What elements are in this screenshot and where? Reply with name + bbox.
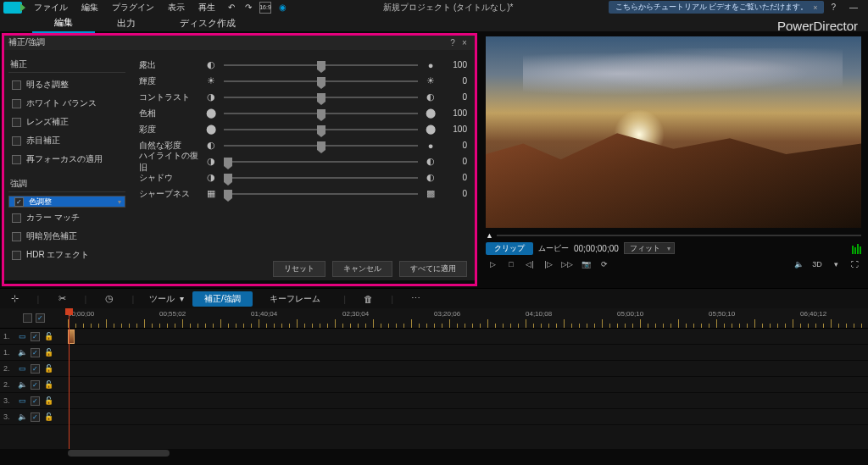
track-head-2a[interactable]: 2.🔈✓🔓	[0, 377, 68, 393]
audio-icon: 🔈	[17, 348, 27, 357]
ruler-tick: 02;30;04	[342, 310, 369, 318]
timeline-track-headers: ✓ 1.▭✓🔓 1.🔈✓🔓 2.▭✓🔓 2.🔈✓🔓 3.▭✓🔓 3.🔈✓🔓	[0, 308, 68, 457]
track-head-3v[interactable]: 3.▭✓🔓	[0, 393, 68, 409]
record-icon[interactable]: ◉	[276, 2, 288, 14]
zoom-select[interactable]: フィット	[624, 242, 675, 254]
timeline-tracks-area[interactable]: 00;00;0000;55;0201;40;0402;30;0403;20;06…	[68, 308, 868, 457]
prev-frame-icon[interactable]: ◁|	[523, 258, 537, 270]
redo-icon[interactable]: ↷	[242, 2, 254, 14]
lock-icon[interactable]: 🔓	[43, 396, 53, 405]
tab-edit[interactable]: 編集	[32, 14, 95, 33]
brand-label: PowerDirector	[777, 19, 858, 33]
snapshot-icon[interactable]: 📷	[579, 258, 593, 270]
timeline-toolbar: ⊹ | ✂ | ◷ | ツール▾ 補正/強調 キーフレーム | 🗑 | ⋯	[0, 288, 868, 308]
tab-disc[interactable]: ディスク作成	[158, 14, 258, 32]
menu-play[interactable]: 再生	[192, 0, 222, 15]
ruler-tick: 04;10;08	[526, 310, 552, 318]
keyframe-button[interactable]: キーフレーム	[261, 291, 329, 307]
video-icon: ▭	[17, 396, 27, 405]
lock-icon[interactable]: 🔓	[43, 364, 53, 373]
lock-icon[interactable]: 🔓	[43, 348, 53, 357]
preview-pane: ▲ クリップ ムービー 00;00;00;00 フィット ▷ □ ◁| |▷ ▷…	[479, 31, 868, 288]
ruler-tick: 05;00;10	[617, 310, 643, 318]
split-icon[interactable]: ⊹	[7, 293, 22, 304]
checkbox[interactable]	[23, 313, 32, 323]
movie-mode-button[interactable]: ムービー	[538, 243, 569, 254]
fix-enhance-button[interactable]: 補正/強調	[192, 291, 253, 307]
track-2v[interactable]	[68, 361, 868, 377]
timecode: 00;00;00;00	[574, 244, 619, 253]
help-icon[interactable]: ?	[824, 3, 843, 12]
menu-view[interactable]: 表示	[161, 0, 192, 15]
checkbox[interactable]: ✓	[36, 313, 45, 323]
menubar-icons: ↶ ↷ 16:9 ◉	[225, 2, 288, 14]
track-head-1a[interactable]: 1.🔈✓🔓	[0, 345, 68, 361]
clock-icon[interactable]: ◷	[102, 293, 117, 304]
fix-enhance-panel-wrap: 補正/強調 ? × 補正 明るさ調整 ホワイト バランス レンズ補正 赤目補正 …	[0, 31, 479, 288]
crop-icon[interactable]: ✂	[54, 293, 70, 304]
chevron-down-icon[interactable]: ▾	[829, 258, 843, 270]
video-icon: ▭	[17, 364, 27, 373]
timeline: ✓ 1.▭✓🔓 1.🔈✓🔓 2.▭✓🔓 2.🔈✓🔓 3.▭✓🔓 3.🔈✓🔓 00…	[0, 308, 868, 457]
preview-controls-row1: クリップ ムービー 00;00;00;00 フィット	[486, 240, 861, 255]
project-title: 新規プロジェクト (タイトルなし)*	[288, 2, 609, 14]
3d-button[interactable]: 3D	[810, 258, 824, 270]
audio-icon: 🔈	[17, 380, 27, 389]
track-head-1v[interactable]: 1.▭✓🔓	[0, 329, 68, 345]
play-icon[interactable]: ▷	[486, 258, 499, 270]
menubar: ファイル 編集 プラグイン 表示 再生 ↶ ↷ 16:9 ◉ 新規プロジェクト …	[0, 0, 868, 14]
tab-output[interactable]: 出力	[95, 14, 158, 32]
track-head-2v[interactable]: 2.▭✓🔓	[0, 361, 68, 377]
track-3v[interactable]	[68, 393, 868, 409]
close-icon[interactable]: ×	[813, 3, 817, 12]
main-tabs: 編集 出力 ディスク作成	[0, 14, 868, 31]
main-area: 補正/強調 ? × 補正 明るさ調整 ホワイト バランス レンズ補正 赤目補正 …	[0, 31, 868, 288]
tool-dropdown[interactable]: ツール▾	[149, 293, 184, 305]
preview-controls-row2: ▷ □ ◁| |▷ ▷▷ 📷 ⟳ 🔈 3D ▾ ⛶	[486, 255, 861, 272]
track-1a[interactable]	[68, 345, 868, 361]
loop-icon[interactable]: ⟳	[598, 258, 611, 270]
video-icon: ▭	[17, 332, 27, 340]
clip-mode-button[interactable]: クリップ	[486, 242, 533, 255]
volume-icon[interactable]: 🔈	[792, 258, 805, 270]
trash-icon[interactable]: 🗑	[361, 294, 376, 304]
audio-meter	[852, 242, 861, 254]
lock-icon[interactable]: 🔓	[43, 380, 53, 389]
stop-icon[interactable]: □	[504, 258, 518, 270]
fast-forward-icon[interactable]: ▷▷	[560, 258, 574, 270]
preview-scrubber[interactable]: ▲	[486, 228, 861, 240]
ruler-tick: 01;40;04	[251, 310, 277, 318]
tutorial-text: こちらからチュートリアル ビデオをご覧いただけます。	[615, 2, 809, 13]
minimize-icon[interactable]: —	[843, 3, 865, 12]
app-logo	[3, 2, 22, 14]
ruler-tick: 00;55;02	[159, 310, 186, 318]
timeline-ruler[interactable]: 00;00;0000;55;0201;40;0402;30;0403;20;06…	[68, 308, 868, 329]
playhead[interactable]	[69, 308, 70, 457]
ruler-tick: 05;50;10	[709, 310, 735, 318]
track-3a[interactable]	[68, 409, 868, 425]
menu-plugin[interactable]: プラグイン	[105, 0, 161, 15]
lock-icon[interactable]: 🔓	[43, 332, 53, 340]
track-1v[interactable]	[68, 329, 868, 345]
highlight-border	[2, 33, 477, 286]
track-2a[interactable]	[68, 377, 868, 393]
tutorial-banner[interactable]: こちらからチュートリアル ビデオをご覧いただけます。 ×	[609, 1, 825, 14]
timeline-corner: ✓	[0, 308, 68, 329]
ruler-tick: 06;40;12	[800, 310, 826, 318]
track-head-3a[interactable]: 3.🔈✓🔓	[0, 409, 68, 425]
ruler-tick: 03;20;06	[434, 310, 460, 318]
next-frame-icon[interactable]: |▷	[542, 258, 555, 270]
aspect-icon[interactable]: 16:9	[259, 2, 271, 14]
preview-viewport[interactable]	[486, 36, 861, 228]
horizontal-scrollbar[interactable]	[0, 449, 868, 457]
fullscreen-icon[interactable]: ⛶	[848, 258, 861, 270]
undo-icon[interactable]: ↶	[225, 2, 237, 14]
more-icon[interactable]: ⋯	[409, 293, 424, 304]
audio-icon: 🔈	[17, 412, 27, 421]
tracks	[68, 329, 868, 425]
lock-icon[interactable]: 🔓	[43, 412, 53, 421]
